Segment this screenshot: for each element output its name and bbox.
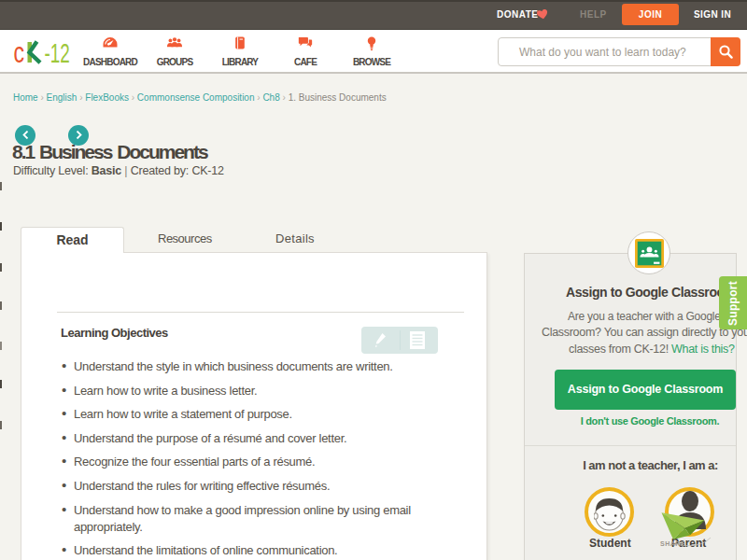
svg-text:-12: -12 [45,37,70,67]
svg-text:c: c [14,37,25,67]
